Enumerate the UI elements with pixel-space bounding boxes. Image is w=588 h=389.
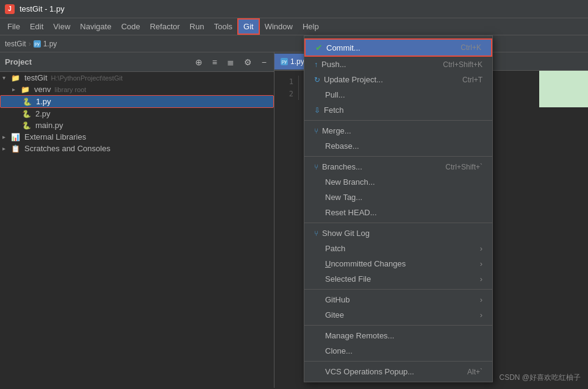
breadcrumb-file[interactable]: 1.py [43,40,57,48]
git-menu-branches[interactable]: ⑂ Branches... Ctrl+Shift+` [304,159,492,174]
git-menu-github-label: GitHub [325,295,350,304]
git-menu-rebase-label: Rebase... [325,141,359,151]
git-menu-branches-shortcut: Ctrl+Shift+` [445,163,482,171]
divider-1 [304,120,492,121]
git-menu-push[interactable]: ↑ Push... Ctrl+Shift+K [304,57,492,72]
git-menu-reset-head-label: Reset HEAD... [325,208,377,217]
title-bar: J testGit - 1.py [0,0,588,18]
tab-label-1py: 1.py [290,57,304,66]
git-menu-patch-label: Patch [325,244,345,253]
title-text: testGit - 1.py [20,4,65,13]
line-num-1: 1 [274,76,293,88]
git-menu-manage-remotes-label: Manage Remotes... [325,331,394,340]
git-menu-gitee-label: Gitee [325,310,344,319]
git-menu-reset-head[interactable]: Reset HEAD... [304,205,492,220]
github-arrow: › [480,295,482,304]
git-menu-commit-shortcut: Ctrl+K [461,43,481,52]
git-menu-github[interactable]: GitHub › [304,292,492,307]
breadcrumb-root[interactable]: testGit [5,40,26,48]
git-menu-update-shortcut: Ctrl+T [462,76,482,84]
git-menu-log-label: Show Git Log [322,229,370,238]
uncommitted-arrow: › [480,259,482,268]
git-menu-clone[interactable]: Clone... [304,343,492,359]
git-merge-icon: ⑂ [314,127,318,135]
git-dropdown: ✔ Commit... Ctrl+K ↑ Push... Ctrl+Shift+… [304,35,493,382]
git-menu-pull-label: Pull... [325,90,345,99]
git-menu-manage-remotes[interactable]: Manage Remotes... [304,328,492,343]
py-file-icon: 🐍 [23,98,34,106]
git-menu-new-tag[interactable]: New Tag... [304,190,492,205]
gitee-arrow: › [480,310,482,319]
git-menu-merge-label: Merge... [322,126,351,135]
sidebar-icon-add[interactable]: ⊕ [193,56,205,68]
tab-py-icon: py [281,58,288,65]
divider-3 [304,223,492,223]
git-menu-uncommitted[interactable]: Uncommitted Changes › [304,256,492,271]
sidebar: Project ⊕ ≡ ≣ ⚙ − ▾ 📁 testGit H:\PythonP… [0,52,274,388]
tree-label-venv: venv [34,85,51,94]
tree-item-scratches[interactable]: ▸ 📋 Scratches and Consoles [0,143,274,154]
tree-label-root: testGit [24,73,48,82]
tree-venv-sub: library root [54,86,86,93]
menu-navigate[interactable]: Navigate [75,20,116,34]
git-menu-new-tag-label: New Tag... [325,193,362,202]
git-menu-commit[interactable]: ✔ Commit... Ctrl+K [304,38,492,57]
app-icon: J [5,4,15,14]
git-menu-patch[interactable]: Patch › [304,241,492,256]
git-menu-rebase[interactable]: Rebase... [304,138,492,154]
menu-run[interactable]: Run [185,20,209,34]
git-menu-push-shortcut: Ctrl+Shift+K [443,60,482,69]
sidebar-icon-minimize[interactable]: − [259,56,269,68]
sidebar-icon-expand[interactable]: ≣ [224,56,237,68]
git-menu-fetch-label: Fetch [324,105,344,115]
menu-code[interactable]: Code [117,20,145,34]
divider-6 [304,361,492,362]
sidebar-title: Project [5,57,188,66]
git-menu-vcs-popup[interactable]: VCS Operations Popup... Alt+` [304,364,492,379]
menu-git[interactable]: Git [237,18,260,35]
divider-4 [304,289,492,290]
git-menu-push-label: Push... [321,60,346,69]
menu-window[interactable]: Window [260,20,298,34]
breadcrumb: testGit › py 1.py [0,35,588,52]
tree-item-external[interactable]: ▸ 📊 External Libraries [0,131,274,143]
menu-tools[interactable]: Tools [209,20,237,34]
breadcrumb-sep: › [29,40,31,48]
git-menu-merge[interactable]: ⑂ Merge... [304,123,492,138]
git-menu-update[interactable]: ↻ Update Project... Ctrl+T [304,72,492,87]
right-panel [539,71,588,107]
sidebar-icon-collapse[interactable]: ≡ [210,56,220,68]
git-menu-gitee[interactable]: Gitee › [304,307,492,323]
file-icon: py [34,40,41,48]
git-menu-fetch[interactable]: ⇩ Fetch [304,102,492,118]
git-push-icon: ↑ [314,60,318,69]
tree-label-1py: 1.py [36,97,51,106]
tree-item-venv[interactable]: ▸ 📁 venv library root [0,84,274,95]
menu-refactor[interactable]: Refactor [145,20,185,34]
menu-help[interactable]: Help [298,20,324,34]
py-file-icon-2: 🐍 [22,110,33,118]
git-menu: ✔ Commit... Ctrl+K ↑ Push... Ctrl+Shift+… [304,35,493,382]
main-layout: Project ⊕ ≡ ≣ ⚙ − ▾ 📁 testGit H:\PythonP… [0,52,588,388]
git-menu-new-branch[interactable]: New Branch... [304,174,492,190]
git-branch-icon: ⑂ [314,163,318,171]
menu-edit[interactable]: Edit [25,20,48,34]
tree-item-root[interactable]: ▾ 📁 testGit H:\PythonProject\testGit [0,72,274,84]
check-icon: ✔ [315,43,323,52]
git-fetch-icon: ⇩ [314,106,320,115]
git-menu-selected-file[interactable]: Selected File › [304,271,492,287]
tree-item-mainpy[interactable]: 🐍 main.py [0,120,274,131]
menu-view[interactable]: View [48,20,75,34]
menu-file[interactable]: File [2,20,25,34]
git-menu-pull[interactable]: Pull... [304,87,492,102]
git-menu-log[interactable]: ⑂ Show Git Log [304,226,492,241]
sidebar-header: Project ⊕ ≡ ≣ ⚙ − [0,52,274,72]
tree-item-2py[interactable]: 🐍 2.py [0,108,274,120]
git-log-icon: ⑂ [314,229,318,238]
git-menu-update-label: Update Project... [324,75,383,84]
tree: ▾ 📁 testGit H:\PythonProject\testGit ▸ 📁… [0,72,274,154]
sidebar-icon-settings[interactable]: ⚙ [242,56,254,68]
git-menu-commit-label: Commit... [326,43,360,52]
patch-arrow: › [480,244,482,253]
tree-item-1py[interactable]: 🐍 1.py [0,95,274,108]
